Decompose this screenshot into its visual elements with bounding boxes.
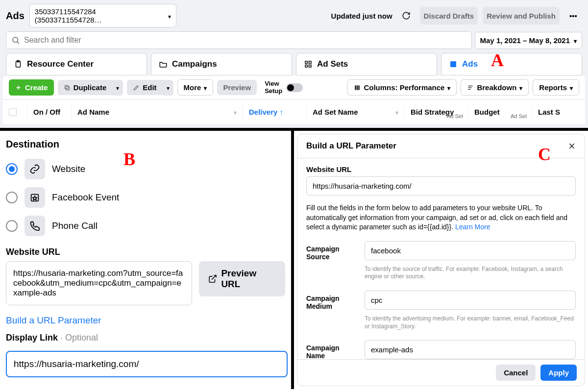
modal-url-label: Website URL (306, 165, 576, 173)
phone-icon (24, 216, 45, 236)
create-button[interactable]: ＋ Create (9, 79, 54, 96)
col-delivery[interactable]: Delivery ↑ (243, 104, 307, 120)
account-select[interactable]: 350337115547284 (35033711554728… (29, 4, 176, 27)
chevron-down-icon (447, 83, 450, 92)
close-icon (568, 142, 576, 150)
dots-icon: ••• (569, 12, 577, 20)
updated-status: Updated just now (331, 12, 392, 20)
date-range-label: May 1, 2021 – May 8, 2021 (480, 36, 570, 45)
external-link-icon (208, 274, 217, 284)
date-range-picker[interactable]: May 1, 2021 – May 8, 2021 (475, 32, 582, 49)
col-budget[interactable]: Budget Ad Set (468, 104, 532, 120)
option-label: Phone Call (52, 220, 98, 231)
label-text: Display Link (6, 333, 58, 343)
more-button[interactable]: More (177, 79, 214, 96)
search-filter-input[interactable] (6, 31, 472, 49)
svg-rect-5 (309, 61, 312, 64)
plus-icon: ＋ (15, 83, 22, 92)
search-icon (11, 36, 20, 45)
view-setup-toggle[interactable] (286, 83, 303, 92)
svg-point-0 (13, 37, 18, 43)
cancel-button[interactable]: Cancel (496, 365, 536, 381)
duplicate-dropdown[interactable] (112, 80, 123, 96)
view-label-2: Setup (265, 88, 282, 95)
destination-fbevent-option[interactable]: Facebook Event (6, 183, 285, 212)
col-adname[interactable]: Ad Name (72, 104, 243, 120)
annotation-marker-b: B (123, 149, 135, 170)
modal-title: Build a URL Parameter (306, 141, 396, 151)
edit-button[interactable]: Edit (127, 80, 162, 95)
reports-button[interactable]: Reports (533, 79, 579, 96)
preview-button[interactable]: Preview (217, 80, 257, 95)
close-button[interactable] (568, 142, 576, 150)
tab-label: Campaigns (172, 59, 217, 69)
col-label: Delivery (249, 108, 277, 116)
chevron-down-icon (204, 83, 207, 92)
svg-rect-10 (65, 85, 68, 89)
grid-icon (303, 59, 313, 69)
chevron-down-icon (574, 36, 577, 45)
chevron-down-icon (116, 83, 119, 92)
select-all-checkbox[interactable] (9, 108, 17, 116)
tab-label: Ads (462, 59, 478, 69)
display-link-input[interactable] (6, 351, 288, 377)
campaign-source-hint: To identify the source of traffic. For e… (365, 266, 576, 281)
col-bid[interactable]: Bid Strategy Ad Set (405, 104, 468, 120)
tab-campaigns[interactable]: Campaigns (151, 53, 292, 75)
campaign-source-input[interactable] (365, 241, 576, 260)
svg-rect-12 (357, 85, 358, 90)
option-label: Facebook Event (52, 192, 119, 203)
breakdown-icon (467, 84, 474, 91)
account-label: 350337115547284 (35033711554728… (35, 7, 164, 24)
svg-rect-13 (359, 85, 360, 90)
discard-button[interactable]: Discard Drafts (420, 7, 478, 24)
apply-button[interactable]: Apply (540, 365, 577, 381)
col-onoff[interactable]: On / Off (27, 104, 72, 120)
duplicate-button[interactable]: Duplicate (58, 80, 113, 95)
svg-rect-6 (305, 65, 308, 68)
svg-rect-4 (305, 61, 308, 64)
destination-phone-option[interactable]: Phone Call (6, 212, 285, 240)
chevron-down-icon (395, 108, 398, 116)
tab-adsets[interactable]: Ad Sets (296, 53, 437, 75)
btn-label: More (184, 83, 201, 92)
col-label: Ad Set Name (313, 108, 358, 116)
website-url-value[interactable]: https://husaria-marketing.com?utm_source… (6, 261, 192, 305)
campaign-name-label: Campaign Name (306, 340, 358, 359)
destination-heading: Destination (6, 139, 285, 150)
campaign-name-input[interactable] (365, 340, 576, 359)
ad-icon (448, 59, 458, 69)
tab-ads[interactable]: Ads (441, 53, 582, 75)
refresh-button[interactable] (397, 7, 415, 24)
breakdown-button[interactable]: Breakdown (461, 79, 529, 96)
review-publish-button[interactable]: Review and Publish (483, 7, 560, 24)
edit-dropdown[interactable] (163, 80, 173, 96)
view-label-1: View (265, 80, 282, 87)
btn-label: Reports (539, 83, 567, 92)
preview-url-button[interactable]: Preview URL (199, 261, 285, 296)
refresh-icon (402, 11, 411, 20)
arrow-up-icon: ↑ (279, 108, 283, 116)
folder-icon (158, 59, 168, 69)
campaign-medium-input[interactable] (365, 291, 576, 310)
link-icon (24, 159, 45, 179)
columns-button[interactable]: Columns: Performance (347, 79, 457, 96)
modal-url-input[interactable] (306, 176, 576, 196)
col-adset[interactable]: Ad Set Name (307, 104, 405, 120)
build-url-link[interactable]: Build a URL Parameter (6, 315, 101, 326)
view-setup-label: View Setup (265, 80, 282, 95)
table-header: On / Off Ad Name Delivery ↑ Ad Set Name … (3, 99, 585, 124)
columns-icon (354, 84, 361, 91)
destination-website-option[interactable]: Website (6, 155, 285, 183)
radio-unselected[interactable] (6, 192, 18, 203)
col-sublabel: Ad Set (511, 113, 527, 119)
more-menu-button[interactable]: ••• (564, 7, 582, 24)
col-last[interactable]: Last S (532, 104, 585, 120)
learn-more-link[interactable]: Learn More (455, 223, 490, 231)
radio-selected[interactable] (6, 163, 18, 175)
svg-rect-8 (450, 61, 456, 67)
chevron-down-icon (570, 83, 573, 92)
radio-unselected[interactable] (6, 220, 18, 232)
search-field[interactable] (24, 36, 466, 45)
tab-resource-center[interactable]: Resource Center (6, 53, 147, 75)
